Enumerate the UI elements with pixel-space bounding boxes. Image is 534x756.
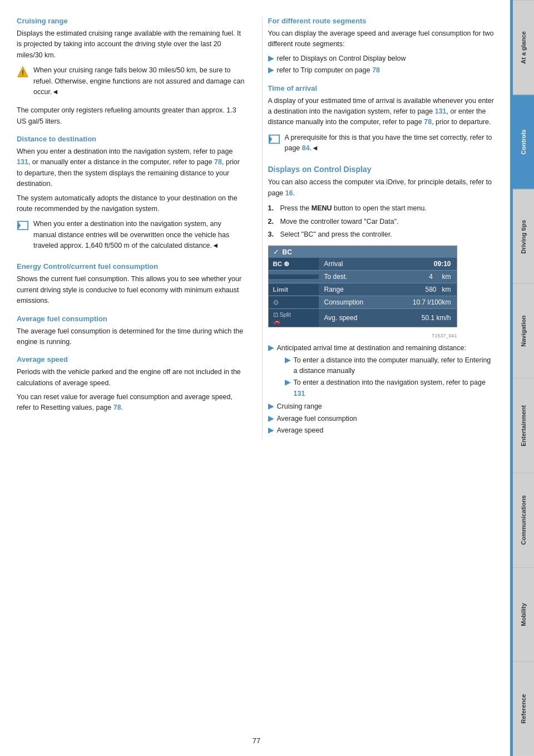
note-triangle-icon-2 (268, 133, 280, 145)
arrow-icon-avg-speed: ▶ (268, 425, 274, 436)
screen-body: BC ⊕ Arrival 09:10 To dest. 4 km (269, 258, 457, 327)
sidebar-tab-reference[interactable]: Reference (513, 661, 534, 756)
screen-range-value: 580 km (425, 286, 451, 293)
screen-left-split: ⊡ Split🚗 (269, 309, 319, 327)
arrow-icon-cruising: ▶ (268, 401, 274, 412)
numbered-steps-list: 1. Press the MENU button to open the sta… (268, 203, 497, 240)
screen-range-data: Range 580 km (319, 283, 457, 296)
sub-item-1: ▶ To enter a distance into the computer … (285, 355, 497, 377)
sidebar-tab-controls[interactable]: Controls (513, 95, 534, 189)
sub-text-2: To enter a destination into the navigati… (294, 377, 497, 399)
energy-control-title: Energy Control/current fuel consumption (17, 262, 245, 271)
sidebar: At a glance Controls Driving tips Naviga… (513, 0, 534, 756)
distance-destination-text1: When you enter a destination into the na… (17, 146, 245, 190)
avg-fuel-text: The average fuel consumption is determin… (17, 326, 245, 348)
note-triangle-icon (17, 219, 29, 232)
bullet-anticipated: ▶ Anticipated arrival time at destinatio… (268, 343, 497, 400)
sidebar-tab-navigation[interactable]: Navigation (513, 283, 534, 378)
screen-consumption-value: 10.7 l/100km (413, 298, 451, 306)
bullet-avg-speed-text: Average speed (277, 425, 324, 436)
screen-todest-label: To dest. (324, 273, 348, 281)
bullet-avg-speed: ▶ Average speed (268, 425, 497, 436)
screen-arrival-label: Arrival (324, 260, 343, 268)
sidebar-tab-mobility[interactable]: Mobility (513, 567, 534, 662)
energy-control-text: Shows the current fuel consumption. This… (17, 274, 245, 306)
screen-avgspeed-data: Avg. speed 50.1 km/h (319, 312, 457, 324)
link-84[interactable]: 84 (302, 144, 310, 152)
cruising-range-title: Cruising range (17, 17, 245, 25)
diff-route-text: You can display the average speed and av… (268, 28, 497, 50)
screen-avgspeed-label: Avg. speed (324, 314, 358, 322)
bullet-avg-fuel: ▶ Average fuel consumption (268, 414, 497, 424)
link-78-trip[interactable]: 78 (372, 66, 380, 74)
sidebar-tab-communications[interactable]: Communications (513, 473, 534, 567)
arrow-icon-anticipated: ▶ (268, 343, 274, 354)
distance-destination-text2: The system automatically adopts the dist… (17, 193, 245, 215)
sub-item-2: ▶ To enter a destination into the naviga… (285, 377, 497, 399)
note-text-distance: When you enter a destination into the na… (33, 219, 245, 251)
sidebar-tab-driving-tips[interactable]: Driving tips (513, 189, 534, 284)
bullet-cruising-text: Cruising range (277, 401, 322, 412)
screen-row-range: Limit Range 580 km (269, 283, 457, 296)
diff-route-item-2-text: refer to Trip computer on page 78 (277, 65, 380, 76)
note-box-time: A prerequisite for this is that you have… (268, 132, 497, 158)
avg-speed-text1: Periods with the vehicle parked and the … (17, 367, 245, 389)
diff-route-list: ▶ refer to Displays on Control Display b… (268, 53, 497, 76)
anticipated-label: Anticipated arrival time at destination … (277, 344, 466, 352)
right-column: For different route segments You can dis… (262, 17, 497, 439)
step-1-text: Press the MENU button to open the start … (280, 203, 427, 214)
diff-route-item-1: ▶ refer to Displays on Control Display b… (268, 53, 497, 64)
screen-row-consumption: ⊙ Consumption 10.7 l/100km (269, 296, 457, 309)
step-2-text: Move the controller toward "Car Data". (280, 217, 399, 227)
step-3: 3. Select "BC" and press the controller. (268, 229, 497, 240)
post-screen-list: ▶ Anticipated arrival time at destinatio… (268, 343, 497, 436)
screen-consumption-label: Consumption (324, 298, 364, 306)
screen-row-todest: To dest. 4 km (269, 271, 457, 283)
left-column: Cruising range Displays the estimated cr… (17, 17, 251, 439)
screen-todest-value: 4 km (429, 273, 451, 281)
note-box-distance: When you enter a destination into the na… (17, 219, 245, 254)
arrow-icon-2: ▶ (268, 65, 274, 76)
sidebar-tab-at-a-glance[interactable]: At a glance (513, 0, 534, 95)
step-3-text: Select "BC" and press the controller. (280, 229, 392, 240)
svg-marker-5 (269, 135, 272, 143)
bullet-avg-fuel-text: Average fuel consumption (277, 414, 357, 424)
warning-text-cruising: When your cruising range falls below 30 … (33, 65, 245, 97)
sidebar-tab-entertainment[interactable]: Entertainment (513, 378, 534, 473)
link-131-sub[interactable]: 131 (294, 390, 305, 397)
time-arrival-text: A display of your estimated time of arri… (268, 96, 497, 128)
link-131-arrival[interactable]: 131 (435, 107, 447, 115)
link-131-distance[interactable]: 131 (17, 158, 28, 166)
link-78-distance[interactable]: 78 (214, 158, 222, 166)
anticipated-content: Anticipated arrival time at destination … (277, 343, 497, 400)
screen-avgspeed-value: 50.1 km/h (422, 314, 451, 322)
step-2: 2. Move the controller toward "Car Data"… (268, 217, 497, 227)
sub-arrow-1: ▶ (285, 355, 290, 366)
screen-left-empty1 (269, 274, 319, 279)
step-2-num: 2. (268, 217, 276, 227)
warning-triangle-icon: ! (17, 66, 29, 78)
diff-route-item-2: ▶ refer to Trip computer on page 78 (268, 65, 497, 76)
avg-fuel-title: Average fuel consumption (17, 315, 245, 323)
sub-text-1: To enter a distance into the computer ma… (294, 355, 497, 377)
avg-speed-text2: You can reset value for average fuel con… (17, 392, 245, 414)
link-78-speed[interactable]: 78 (113, 404, 121, 411)
screen-left-limit: Limit (269, 284, 319, 295)
diff-route-item-1-text: refer to Displays on Control Display bel… (277, 53, 406, 64)
step-1: 1. Press the MENU button to open the sta… (268, 203, 497, 214)
bullet-cruising: ▶ Cruising range (268, 401, 497, 412)
sub-list-anticipated: ▶ To enter a distance into the computer … (277, 355, 497, 400)
main-content: Cruising range Displays the estimated cr… (0, 0, 513, 456)
time-arrival-title: Time of arrival (268, 84, 497, 92)
screen-display: ✓ BC BC ⊕ Arrival 09:10 (268, 246, 457, 327)
blue-accent-bar (510, 0, 513, 756)
displays-control-text: You can also access the computer via iDr… (268, 177, 497, 199)
arrow-icon-1: ▶ (268, 53, 274, 64)
screen-header-label: BC (283, 248, 292, 256)
link-16[interactable]: 16 (285, 189, 293, 197)
cruising-extra-text: The computer only registers refueling am… (17, 105, 245, 127)
screen-left-bc: BC ⊕ (269, 258, 319, 270)
link-78-arrival[interactable]: 78 (424, 118, 432, 126)
screen-range-label: Range (324, 286, 344, 293)
screen-check-icon: ✓ (273, 248, 279, 256)
